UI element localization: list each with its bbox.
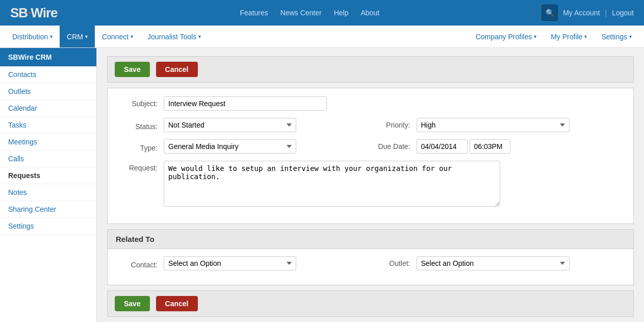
sidebar-item-tasks[interactable]: Tasks bbox=[0, 117, 96, 134]
content-area: Save Cancel Subject: Status: Not Started… bbox=[97, 48, 644, 322]
sidebar-item-sharing-center[interactable]: Sharing Center bbox=[0, 201, 96, 218]
type-col: Type: General Media Inquiry Interview Re… bbox=[118, 139, 371, 154]
top-toolbar: Save Cancel bbox=[107, 56, 634, 83]
priority-col: Priority: Low Medium High Urgent bbox=[371, 118, 624, 132]
journalist-tools-arrow: ▾ bbox=[198, 34, 201, 39]
sidebar-item-outlets[interactable]: Outlets bbox=[0, 83, 96, 100]
crm-arrow: ▾ bbox=[85, 34, 88, 39]
sidebar: SBWire CRM Contacts Outlets Calendar Tas… bbox=[0, 48, 97, 322]
logo-text: SB·Wire bbox=[10, 5, 57, 20]
nav-settings[interactable]: Settings ▾ bbox=[594, 26, 639, 47]
nav-my-profile[interactable]: My Profile ▾ bbox=[544, 26, 594, 47]
subject-input[interactable] bbox=[164, 96, 327, 111]
save-button-bottom[interactable]: Save bbox=[115, 296, 150, 311]
duedate-label: Due Date: bbox=[371, 142, 417, 151]
save-button-top[interactable]: Save bbox=[115, 62, 150, 77]
nav-divider: | bbox=[605, 9, 607, 17]
form-section: Subject: Status: Not Started In Progress… bbox=[107, 88, 634, 224]
nav-about[interactable]: About bbox=[361, 9, 380, 17]
nav-company-profiles[interactable]: Company Profiles ▾ bbox=[469, 26, 544, 47]
request-row: Request: We would like to setup an inter… bbox=[118, 161, 623, 208]
contact-label: Contact: bbox=[118, 258, 164, 269]
top-nav-right: 🔍 My Account | Logout bbox=[542, 5, 634, 21]
logo: SB·Wire bbox=[10, 5, 57, 21]
contact-outlet-row: Contact: Select an Option Outlet: Select… bbox=[118, 256, 623, 270]
settings-arrow: ▾ bbox=[629, 34, 632, 39]
outlet-col: Outlet: Select an Option bbox=[371, 256, 624, 270]
nav-connect[interactable]: Connect ▾ bbox=[95, 26, 140, 47]
status-col: Status: Not Started In Progress Complete… bbox=[118, 118, 371, 132]
subject-field bbox=[164, 96, 623, 111]
sidebar-item-meetings[interactable]: Meetings bbox=[0, 134, 96, 151]
sidebar-item-calendar[interactable]: Calendar bbox=[0, 100, 96, 117]
request-field: We would like to setup an interview with… bbox=[164, 161, 623, 208]
priority-select[interactable]: Low Medium High Urgent bbox=[417, 118, 570, 132]
subject-label: Subject: bbox=[118, 96, 164, 108]
related-to-body: Contact: Select an Option Outlet: Select… bbox=[108, 249, 633, 285]
bottom-toolbar: Save Cancel bbox=[107, 290, 634, 317]
connect-arrow: ▾ bbox=[131, 34, 133, 39]
subject-row: Subject: bbox=[118, 96, 623, 111]
cancel-button-top[interactable]: Cancel bbox=[156, 62, 198, 77]
status-priority-row: Status: Not Started In Progress Complete… bbox=[118, 118, 623, 132]
logout-link[interactable]: Logout bbox=[612, 9, 634, 17]
sidebar-item-contacts[interactable]: Contacts bbox=[0, 66, 96, 83]
status-label: Status: bbox=[118, 119, 164, 131]
nav-news-center[interactable]: News Center bbox=[280, 9, 322, 17]
duedate-col: Due Date: bbox=[371, 139, 624, 154]
due-time-input[interactable] bbox=[470, 139, 510, 154]
my-profile-arrow: ▾ bbox=[584, 34, 587, 39]
status-select[interactable]: Not Started In Progress Completed Cancel… bbox=[164, 118, 296, 132]
related-to-header: Related To bbox=[108, 230, 633, 249]
type-duedate-row: Type: General Media Inquiry Interview Re… bbox=[118, 139, 623, 154]
nav-crm[interactable]: CRM ▾ bbox=[60, 26, 95, 47]
contact-select[interactable]: Select an Option bbox=[164, 256, 296, 270]
sidebar-title: SBWire CRM bbox=[0, 48, 96, 66]
company-profiles-arrow: ▾ bbox=[534, 34, 536, 39]
type-label: Type: bbox=[118, 141, 164, 152]
nav-journalist-tools[interactable]: Journalist Tools ▾ bbox=[140, 26, 208, 47]
secondary-nav: Distribution ▾ CRM ▾ Connect ▾ Journalis… bbox=[0, 26, 644, 48]
priority-label: Priority: bbox=[371, 121, 417, 129]
outlet-label: Outlet: bbox=[371, 259, 417, 267]
sec-nav-right: Company Profiles ▾ My Profile ▾ Settings… bbox=[469, 26, 639, 47]
nav-features[interactable]: Features bbox=[240, 9, 268, 17]
search-button[interactable]: 🔍 bbox=[542, 5, 558, 21]
related-to-section: Related To Contact: Select an Option Out… bbox=[107, 229, 634, 285]
sidebar-item-requests[interactable]: Requests bbox=[0, 167, 96, 184]
my-account-link[interactable]: My Account bbox=[563, 9, 600, 17]
main-container: SBWire CRM Contacts Outlets Calendar Tas… bbox=[0, 48, 644, 322]
nav-distribution[interactable]: Distribution ▾ bbox=[5, 26, 60, 47]
outlet-select[interactable]: Select an Option bbox=[417, 256, 570, 270]
type-select[interactable]: General Media Inquiry Interview Request … bbox=[164, 139, 296, 154]
cancel-button-bottom[interactable]: Cancel bbox=[156, 296, 198, 311]
contact-col: Contact: Select an Option bbox=[118, 256, 371, 270]
top-nav: SB·Wire Features News Center Help About … bbox=[0, 0, 644, 26]
request-label: Request: bbox=[118, 161, 164, 172]
sidebar-item-settings[interactable]: Settings bbox=[0, 218, 96, 235]
due-date-input[interactable] bbox=[417, 139, 468, 154]
distribution-arrow: ▾ bbox=[50, 34, 53, 39]
sidebar-item-notes[interactable]: Notes bbox=[0, 184, 96, 201]
request-textarea[interactable]: We would like to setup an interview with… bbox=[164, 161, 500, 207]
sidebar-item-calls[interactable]: Calls bbox=[0, 151, 96, 167]
nav-help[interactable]: Help bbox=[334, 9, 349, 17]
top-nav-links: Features News Center Help About bbox=[78, 9, 542, 17]
